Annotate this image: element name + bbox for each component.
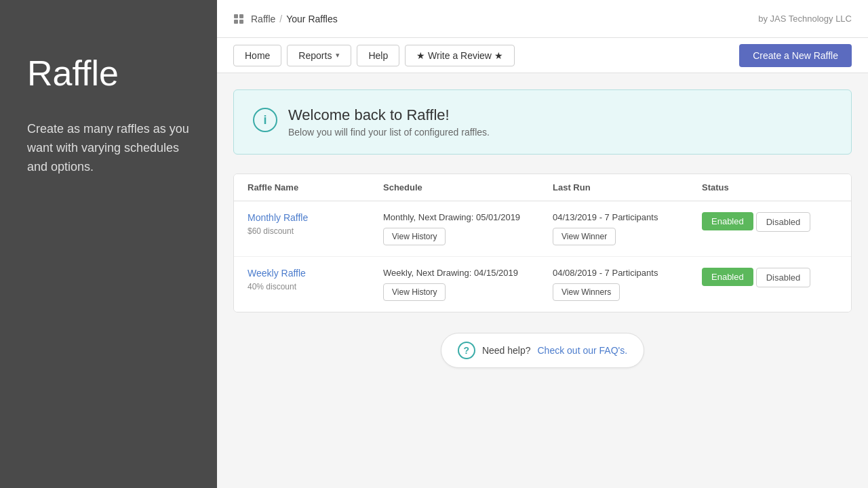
create-raffle-button[interactable]: Create a New Raffle	[739, 44, 852, 67]
help-pill: ? Need help? Check out our FAQ's.	[441, 333, 644, 368]
sidebar: Raffle Create as many raffles as you wan…	[0, 0, 217, 488]
col-raffle-name: Raffle Name	[248, 182, 383, 192]
monthly-lastrun-text: 04/13/2019 - 7 Participants	[553, 212, 702, 222]
chevron-down-icon: ▾	[336, 51, 340, 60]
grid-icon	[233, 14, 244, 24]
svg-rect-3	[239, 20, 243, 24]
col-last-run: Last Run	[553, 182, 702, 192]
reports-label: Reports	[298, 50, 332, 61]
help-label: Help	[368, 50, 388, 61]
review-label: ★ Write a Review ★	[416, 50, 503, 61]
sidebar-description: Create as many raffles as you want with …	[27, 120, 190, 177]
nav-left: Home Reports ▾ Help ★ Write a Review ★	[233, 45, 515, 66]
topbar: Raffle / Your Raffles by JAS Technology …	[217, 0, 868, 38]
help-faq-link[interactable]: Check out our FAQ's.	[538, 345, 628, 356]
help-question-icon: ?	[458, 342, 475, 359]
breadcrumb: Raffle / Your Raffles	[233, 14, 338, 24]
welcome-title: Welcome back to Raffle!	[288, 106, 490, 124]
reports-button[interactable]: Reports ▾	[287, 45, 351, 66]
welcome-banner: i Welcome back to Raffle! Below you will…	[233, 89, 852, 155]
status-col-2: Enabled Disabled	[702, 268, 837, 287]
breadcrumb-app: Raffle	[251, 14, 275, 24]
schedule-col-1: Monthly, Next Drawing: 05/01/2019 View H…	[383, 212, 553, 245]
weekly-disabled-button[interactable]: Disabled	[756, 268, 811, 287]
table-row: Weekly Raffle 40% discount Weekly, Next …	[234, 257, 851, 312]
home-button[interactable]: Home	[233, 45, 281, 66]
content-area: i Welcome back to Raffle! Below you will…	[217, 73, 868, 488]
weekly-view-winner-button[interactable]: View Winners	[553, 283, 620, 301]
weekly-raffle-discount: 40% discount	[248, 282, 296, 291]
monthly-enabled-button[interactable]: Enabled	[702, 212, 753, 230]
raffle-name-col-2: Weekly Raffle 40% discount	[248, 268, 383, 292]
lastrun-col-1: 04/13/2019 - 7 Participants View Winner	[553, 212, 702, 245]
help-button[interactable]: Help	[357, 45, 399, 66]
status-col-1: Enabled Disabled	[702, 212, 837, 232]
monthly-view-winner-button[interactable]: View Winner	[553, 228, 616, 245]
svg-rect-0	[234, 14, 238, 18]
sidebar-title: Raffle	[27, 54, 190, 93]
weekly-raffle-link[interactable]: Weekly Raffle	[248, 268, 383, 279]
help-footer: ? Need help? Check out our FAQ's.	[233, 333, 852, 368]
welcome-subtitle: Below you will find your list of configu…	[288, 127, 490, 138]
main-content: Raffle / Your Raffles by JAS Technology …	[217, 0, 868, 488]
schedule-col-2: Weekly, Next Drawing: 04/15/2019 View Hi…	[383, 268, 553, 301]
svg-rect-1	[239, 14, 243, 18]
write-review-button[interactable]: ★ Write a Review ★	[405, 45, 515, 66]
raffle-name-col-1: Monthly Raffle $60 discount	[248, 212, 383, 237]
raffle-table: Raffle Name Schedule Last Run Status Mon…	[233, 174, 852, 312]
by-text: by JAS Technology LLC	[758, 14, 852, 24]
col-status: Status	[702, 182, 837, 192]
weekly-lastrun-text: 04/08/2019 - 7 Participants	[553, 268, 702, 278]
monthly-disabled-button[interactable]: Disabled	[756, 212, 811, 232]
help-text: Need help?	[482, 345, 531, 356]
table-row: Monthly Raffle $60 discount Monthly, Nex…	[234, 201, 851, 257]
info-icon: i	[253, 108, 277, 132]
monthly-raffle-discount: $60 discount	[248, 226, 294, 236]
col-schedule: Schedule	[383, 182, 553, 192]
home-label: Home	[245, 50, 270, 61]
table-header: Raffle Name Schedule Last Run Status	[234, 174, 851, 201]
create-label: Create a New Raffle	[753, 50, 838, 61]
breadcrumb-separator: /	[279, 14, 282, 24]
monthly-view-history-button[interactable]: View History	[383, 228, 446, 245]
breadcrumb-current: Your Raffles	[286, 14, 338, 24]
weekly-enabled-button[interactable]: Enabled	[702, 268, 753, 286]
svg-rect-2	[234, 20, 238, 24]
welcome-text: Welcome back to Raffle! Below you will f…	[288, 106, 490, 138]
monthly-schedule-text: Monthly, Next Drawing: 05/01/2019	[383, 212, 553, 222]
lastrun-col-2: 04/08/2019 - 7 Participants View Winners	[553, 268, 702, 301]
navbar: Home Reports ▾ Help ★ Write a Review ★ C…	[217, 38, 868, 73]
monthly-raffle-link[interactable]: Monthly Raffle	[248, 212, 383, 223]
weekly-view-history-button[interactable]: View History	[383, 283, 446, 301]
weekly-schedule-text: Weekly, Next Drawing: 04/15/2019	[383, 268, 553, 278]
